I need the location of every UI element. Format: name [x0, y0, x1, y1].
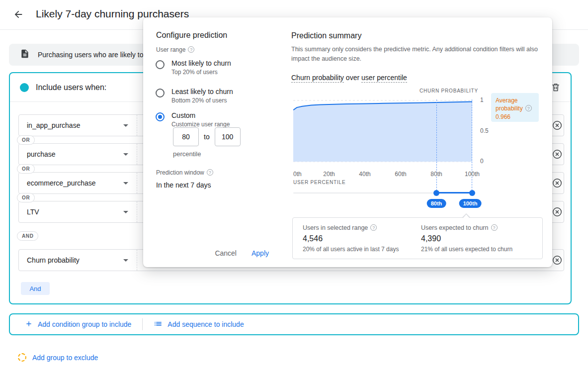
or-chip: OR: [17, 164, 35, 174]
exclude-dashed-circle-icon: [18, 353, 26, 362]
circle-x-icon: [552, 260, 563, 267]
condition-select[interactable]: in_app_purchase: [19, 115, 137, 136]
help-icon[interactable]: [525, 105, 532, 111]
document-icon: [20, 49, 30, 61]
radio-label: Least likely to churn: [171, 88, 233, 96]
radio-option[interactable]: Custom Customize user range: [156, 111, 230, 128]
help-icon[interactable]: [207, 169, 213, 176]
remove-condition-button[interactable]: [552, 120, 563, 132]
slider-handle-end[interactable]: [469, 190, 475, 196]
sequence-list-icon: [154, 319, 163, 330]
y-axis-title: CHURN PROBABILITY: [420, 88, 478, 94]
radio-icon: [156, 60, 165, 69]
and-button[interactable]: And: [21, 282, 50, 295]
back-button[interactable]: [13, 9, 24, 21]
radio-sublabel: Top 20% of users: [171, 69, 231, 76]
radio-label: Most likely to churn: [171, 59, 231, 67]
condition-label: Churn probability: [27, 256, 80, 264]
banner-text: Purchasing users who are likely to: [38, 51, 143, 59]
stat-value: 4,546: [303, 234, 399, 243]
stat-label-text: Users in selected range: [303, 224, 368, 231]
condition-label: ecommerce_purchase: [27, 179, 96, 187]
condition-select[interactable]: Churn probability: [19, 250, 137, 271]
chart-title-joiner: over: [346, 74, 359, 82]
stat-users-expected-to-churn: Users expected to churn 4,390 21% of all…: [421, 224, 512, 253]
chart-dimension-term[interactable]: user percentile: [361, 74, 407, 83]
radio-sublabel: Bottom 20% of users: [171, 97, 233, 104]
selected-range-stats-box: Users in selected range 4,546 20% of all…: [292, 217, 543, 259]
configure-prediction-dialog: Configure prediction User range Most lik…: [143, 17, 552, 267]
circle-x-icon: [552, 211, 563, 219]
audience-builder-page: Likely 7-day churning purchasers Purchas…: [0, 0, 588, 382]
dialog-title: Configure prediction: [156, 31, 227, 40]
percentile-to-input[interactable]: [215, 127, 241, 146]
prediction-window-value: In the next 7 days: [156, 181, 211, 189]
add-group-to-exclude-button[interactable]: Add group to exclude: [18, 353, 98, 362]
prediction-window-label: Prediction window: [156, 169, 213, 176]
add-condition-group-label: Add condition group to include: [38, 320, 131, 328]
condition-select[interactable]: purchase: [19, 144, 137, 165]
add-condition-group-button[interactable]: Add condition group to include: [17, 320, 139, 329]
add-sequence-label: Add sequence to include: [168, 320, 244, 328]
include-group-dot-icon: [20, 83, 29, 92]
remove-condition-button[interactable]: [552, 178, 563, 190]
range-dashed-line-start: [436, 99, 437, 193]
chart-title: Churn probabilityoveruser percentile: [291, 74, 409, 82]
x-axis-labels: 0th20th40th60th80th100th: [293, 171, 472, 178]
radio-label: Custom: [171, 111, 230, 119]
remove-condition-button[interactable]: [552, 255, 563, 267]
churn-chart: 80th 100th: [293, 96, 472, 215]
stat-users-in-range: Users in selected range 4,546 20% of all…: [303, 224, 399, 253]
radio-option[interactable]: Most likely to churn Top 20% of users: [156, 59, 231, 76]
plus-icon: [25, 320, 33, 329]
stat-label: Users expected to churn: [421, 224, 512, 231]
stat-value: 4,390: [421, 234, 512, 243]
dialog-actions: Cancel Apply: [143, 249, 281, 257]
churn-chart-svg: [293, 96, 472, 164]
condition-label: purchase: [27, 150, 56, 158]
to-label: to: [204, 133, 210, 141]
radio-option[interactable]: Least likely to churn Bottom 20% of user…: [156, 88, 233, 104]
add-group-to-exclude-label: Add group to exclude: [32, 354, 98, 362]
remove-condition-button[interactable]: [552, 149, 563, 161]
stat-subtext: 21% of all users expected to churn: [421, 246, 512, 253]
stat-subtext: 20% of all users active in last 7 days: [303, 246, 399, 253]
percentile-range-row: to: [173, 127, 241, 146]
or-chip: OR: [17, 193, 35, 202]
user-range-label: User range: [156, 46, 194, 53]
average-probability-value: 0.966: [496, 113, 534, 121]
chart-metric-term[interactable]: Churn probability: [291, 74, 344, 83]
percentile-pill-end: 100th: [459, 199, 482, 208]
apply-button[interactable]: Apply: [252, 249, 269, 257]
include-card-title: Include users when:: [36, 83, 106, 92]
circle-x-icon: [552, 154, 563, 161]
slider-active-segment: [436, 192, 472, 193]
or-chip: OR: [17, 135, 35, 145]
chevron-down-icon: [123, 211, 128, 213]
x-axis-title: USER PERCENTILE: [293, 180, 345, 185]
remove-condition-button[interactable]: [552, 206, 563, 219]
chevron-down-icon: [123, 153, 128, 156]
vertical-divider: [142, 318, 143, 330]
add-group-card: Add condition group to include Add seque…: [9, 313, 579, 335]
percentile-from-input[interactable]: [173, 127, 199, 146]
circle-x-icon: [552, 183, 563, 190]
delete-group-button[interactable]: [551, 82, 561, 94]
help-icon[interactable]: [188, 46, 194, 53]
add-sequence-button[interactable]: Add sequence to include: [146, 319, 252, 330]
slider-handle-start[interactable]: [433, 190, 439, 196]
condition-select[interactable]: LTV: [19, 201, 137, 222]
summary-description: This summary only considers the predicti…: [291, 45, 540, 64]
condition-label: in_app_purchase: [27, 121, 80, 129]
cancel-button[interactable]: Cancel: [215, 249, 237, 257]
back-arrow-icon: [13, 14, 24, 21]
condition-select[interactable]: ecommerce_purchase: [19, 173, 137, 193]
percentile-pill-start: 80th: [427, 199, 446, 208]
average-probability-label: Average probability: [496, 97, 523, 112]
help-icon[interactable]: [370, 224, 377, 231]
prediction-window-text: Prediction window: [156, 169, 204, 176]
radio-icon: [156, 112, 165, 121]
circle-x-icon: [552, 125, 563, 132]
chevron-down-icon: [123, 259, 128, 262]
help-icon[interactable]: [491, 224, 498, 231]
